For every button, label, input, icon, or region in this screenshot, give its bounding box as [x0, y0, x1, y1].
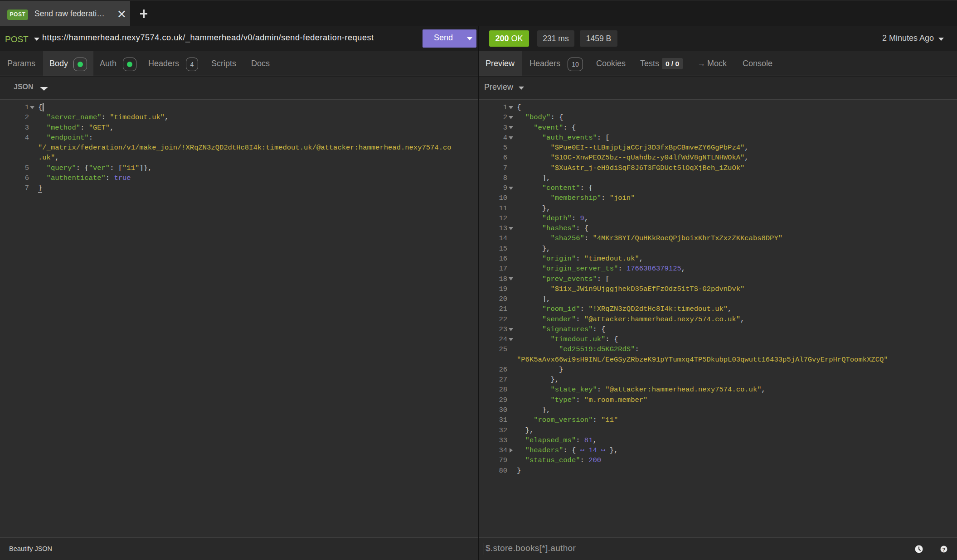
svg-text:?: ? [942, 547, 945, 552]
